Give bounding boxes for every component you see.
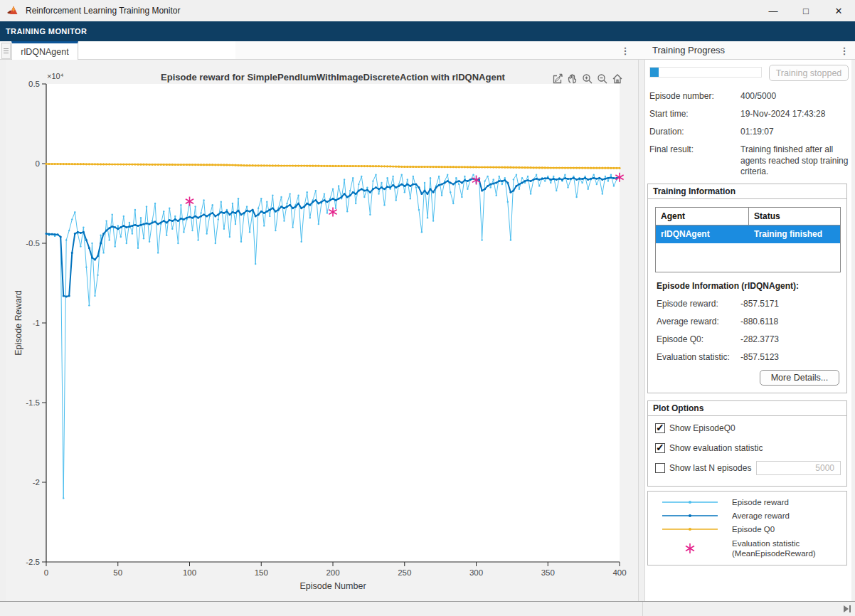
agent-status-table: Agent Status rlDQNAgent Training finishe… — [655, 207, 841, 272]
show-last-n-episodes-checkbox[interactable]: Show last N episodes — [655, 463, 751, 473]
episode-reward-value: -857.5171 — [740, 299, 779, 309]
svg-text:100: 100 — [183, 568, 196, 577]
close-button[interactable]: ✕ — [822, 0, 855, 21]
svg-text:0: 0 — [44, 568, 48, 577]
svg-text:0: 0 — [36, 159, 40, 168]
svg-text:×10⁴: ×10⁴ — [47, 72, 64, 80]
progress-section: Training stopped Episode number: 400/500… — [645, 60, 851, 184]
export-icon[interactable] — [551, 73, 563, 85]
training-progress-bar — [649, 67, 762, 78]
legend-entry: Evaluation statistic(MeanEpisodeReward) — [648, 538, 846, 559]
agent-cell: rlDQNAgent — [656, 225, 748, 243]
n-episodes-input[interactable] — [756, 461, 841, 475]
svg-text:-2.5: -2.5 — [26, 558, 40, 566]
final-result-label: Final result: — [649, 144, 694, 154]
splitter[interactable] — [638, 60, 645, 601]
training-information-title: Training Information — [648, 184, 846, 199]
panel-actions-kebab-icon[interactable]: ⋮ — [838, 43, 851, 58]
drag-grip-icon[interactable] — [1, 43, 11, 59]
svg-text:Episode Number: Episode Number — [299, 581, 366, 591]
window-edge — [851, 60, 855, 601]
svg-text:200: 200 — [326, 568, 339, 577]
svg-text:400: 400 — [612, 568, 626, 577]
start-time-row: Start time: 19-Nov-2024 17:43:28 — [649, 109, 847, 119]
start-time-value: 19-Nov-2024 17:43:28 — [740, 109, 849, 120]
table-row[interactable]: rlDQNAgent Training finished — [656, 225, 840, 243]
show-evaluation-statistic-checkbox[interactable]: Show evaluation statistic — [655, 443, 763, 453]
evaluation-statistic-label: Evaluation statistic: — [657, 352, 730, 362]
checkbox-icon[interactable] — [655, 463, 665, 473]
axes-toolbar — [551, 73, 623, 85]
average-reward-row: Average reward: -880.6118 — [657, 317, 841, 326]
maximize-button[interactable]: □ — [790, 0, 822, 21]
legend-asterisk-icon — [648, 539, 732, 558]
episode-information-title: Episode Information (rlDQNAgent): — [657, 281, 799, 291]
episode-reward-row: Episode reward: -857.5171 — [657, 299, 841, 309]
document-actions-kebab-icon[interactable]: ⋮ — [619, 43, 632, 58]
duration-value: 01:19:07 — [740, 127, 849, 138]
toolstrip-ribbon: TRAINING MONITOR — [0, 21, 855, 41]
checkbox-label: Show evaluation statistic — [669, 443, 763, 453]
tab-rldqnagent[interactable]: rlDQNAgent — [11, 41, 78, 60]
svg-text:-2: -2 — [33, 478, 40, 487]
legend-entry: Average reward — [648, 511, 846, 521]
training-information-section: Training Information Agent Status rlDQNA… — [647, 184, 847, 393]
status-column-header: Status — [748, 208, 840, 225]
evaluation-statistic-value: -857.5123 — [740, 352, 779, 362]
training-stopped-button[interactable]: Training stopped — [769, 65, 849, 81]
legend-entry: Episode reward — [648, 497, 846, 507]
legend-label: Average reward — [732, 511, 790, 521]
chart-legend: Episode rewardAverage rewardEpisode Q0Ev… — [647, 491, 847, 565]
status-cell: Training finished — [748, 225, 840, 243]
zoom-in-icon[interactable] — [581, 73, 593, 85]
legend-entry: Episode Q0 — [648, 524, 846, 534]
svg-text:0.5: 0.5 — [28, 80, 40, 88]
svg-text:Episode reward for SimplePendl: Episode reward for SimplePendlumWithImag… — [161, 72, 506, 83]
svg-text:300: 300 — [469, 568, 483, 577]
legend-label: Episode reward — [732, 497, 789, 507]
svg-text:350: 350 — [541, 568, 555, 577]
checkbox-label: Show EpisodeQ0 — [669, 423, 735, 433]
average-reward-value: -880.6118 — [740, 317, 778, 326]
more-details-button[interactable]: More Details... — [760, 370, 839, 386]
zoom-out-icon[interactable] — [596, 73, 608, 85]
episode-q0-value: -282.3773 — [740, 334, 779, 344]
table-header-row: Agent Status — [656, 208, 840, 225]
legend-line-sample — [648, 525, 732, 533]
legend-line-sample — [648, 498, 732, 506]
minimize-button[interactable]: — — [757, 0, 790, 21]
pan-icon[interactable] — [566, 73, 578, 85]
final-result-row: Final result: Training finished after al… — [649, 144, 847, 154]
ribbon-tab-training-monitor[interactable]: TRAINING MONITOR — [6, 27, 87, 36]
svg-text:50: 50 — [113, 568, 122, 577]
checkbox-icon[interactable] — [655, 423, 665, 433]
final-result-value: Training finished after all agents reach… — [740, 144, 849, 178]
restore-view-icon[interactable] — [611, 73, 623, 85]
duration-label: Duration: — [649, 127, 684, 137]
duration-row: Duration: 01:19:07 — [649, 127, 847, 137]
legend-line-sample — [648, 511, 732, 520]
panel-title: Training Progress — [652, 45, 725, 55]
checkbox-icon[interactable] — [655, 443, 665, 453]
episode-number-label: Episode number: — [649, 91, 714, 101]
training-chart: Episode reward for SimplePendlumWithImag… — [6, 60, 638, 601]
episode-q0-row: Episode Q0: -282.3773 — [657, 334, 841, 344]
svg-text:-0.5: -0.5 — [26, 239, 40, 248]
evaluation-statistic-row: Evaluation statistic: -857.5123 — [657, 352, 841, 362]
agent-column-header: Agent — [656, 208, 748, 225]
figure-area: Episode reward for SimplePendlumWithImag… — [6, 60, 638, 601]
plot-options-title: Plot Options — [648, 401, 846, 416]
episode-reward-label: Episode reward: — [657, 299, 718, 309]
svg-text:Episode Reward: Episode Reward — [14, 290, 23, 356]
scroll-right-icon[interactable] — [843, 604, 851, 614]
svg-text:-1: -1 — [33, 319, 40, 327]
tab-bar-blank — [79, 41, 235, 59]
matlab-logo-icon — [7, 5, 20, 16]
episode-q0-label: Episode Q0: — [657, 334, 703, 344]
svg-text:-1.5: -1.5 — [26, 398, 40, 407]
status-bar — [0, 601, 855, 616]
show-episodeq0-checkbox[interactable]: Show EpisodeQ0 — [655, 423, 735, 433]
legend-label: Episode Q0 — [732, 524, 775, 534]
average-reward-label: Average reward: — [657, 317, 719, 326]
training-progress-fill — [650, 68, 659, 77]
